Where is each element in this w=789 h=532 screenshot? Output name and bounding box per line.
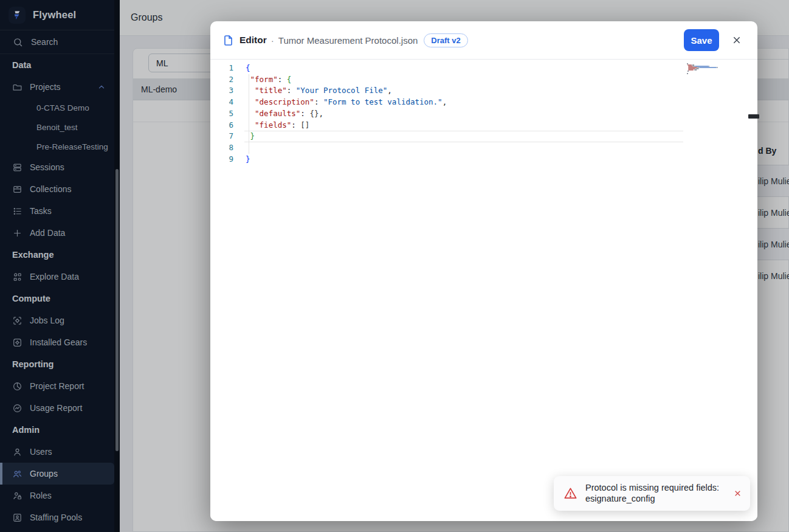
close-icon[interactable] xyxy=(732,35,742,45)
app-root: Flywheel Search DataProjects0-CTAS DemoB… xyxy=(0,0,789,532)
editor-modal: Editor · Tumor Measurement Protocol.json… xyxy=(210,21,757,521)
code-content[interactable]: { "form": { "title": "Your Protocol File… xyxy=(246,63,447,165)
minimap[interactable] xyxy=(687,63,757,74)
code-line: { xyxy=(246,63,447,74)
line-numbers: 1 2 3 4 5 6 7 8 9 xyxy=(210,63,233,165)
save-button[interactable]: Save xyxy=(684,29,719,51)
resize-handle xyxy=(748,114,759,119)
code-line: } xyxy=(246,154,447,165)
title-separator: · xyxy=(271,35,274,46)
code-editor[interactable]: 1 2 3 4 5 6 7 8 9 { "form": { "title": "… xyxy=(210,60,757,521)
code-line: "defaults": {}, xyxy=(246,108,447,120)
editor-title: Editor xyxy=(239,35,267,46)
draft-version-badge: Draft v2 xyxy=(424,33,467,47)
toast-close-icon[interactable] xyxy=(734,489,742,497)
code-line xyxy=(246,142,447,154)
file-icon xyxy=(222,34,234,47)
code-line: "title": "Your Protocol File", xyxy=(246,85,447,97)
code-line: "fields": [] xyxy=(246,120,447,131)
code-line: "form": { xyxy=(246,74,447,86)
toast-message: Protocol is missing required fields: esi… xyxy=(585,483,725,504)
editor-modal-header: Editor · Tumor Measurement Protocol.json… xyxy=(210,21,757,60)
code-line: } xyxy=(246,131,447,142)
editor-filename: Tumor Measurement Protocol.json xyxy=(278,35,418,46)
error-toast: Protocol is missing required fields: esi… xyxy=(554,476,750,511)
warning-icon xyxy=(563,486,577,500)
code-line: "description": "Form to test validation.… xyxy=(246,97,447,108)
